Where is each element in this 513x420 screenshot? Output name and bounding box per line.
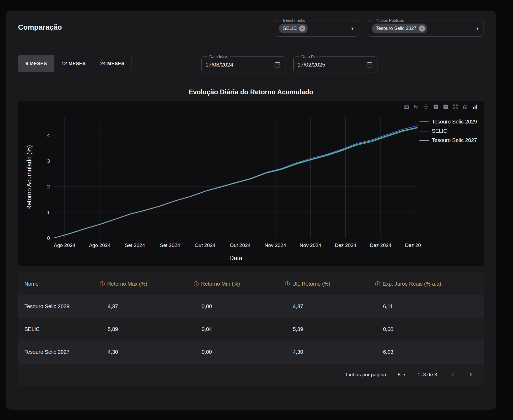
comparison-card: Comparação Benchmarks SELIC × ▼ Títulos … [6,11,496,410]
period-button-group: 6 MESES 12 MESES 24 MESES [18,55,132,72]
period-button-12m[interactable]: 12 MESES [54,55,93,72]
column-header-ult-retorno[interactable]: ⓘ Últ. Retorno (%) [285,281,375,288]
filters-row: 6 MESES 12 MESES 24 MESES Data Início 17… [6,43,496,73]
svg-text:Dez 2024: Dez 2024 [405,242,421,248]
titulo-chip-label: Tesouro Selic 2027 [376,26,416,31]
cell-ult-retorno: 5,89 [285,326,375,332]
info-icon[interactable]: ⓘ [375,281,380,288]
titulos-select-label: Títulos Públicos [374,18,406,23]
svg-text:4: 4 [47,132,50,138]
table-row: Tesouro Selic 2029 4,37 0,00 4,37 6,11 [18,295,484,318]
table-pagination: Linhas por página 5 ▼ 1–3 de 3 [18,364,484,386]
legend-item-selic[interactable]: SELIC [419,128,477,134]
rows-per-page-select[interactable]: 5 ▼ [398,372,406,378]
legend-swatch [419,131,429,131]
svg-text:Retorno Acumulado (%): Retorno Acumulado (%) [26,145,33,210]
chart-canvas[interactable]: 01234Ago 2024Ago 2024Set 2024Set 2024Out… [20,110,421,264]
svg-text:3: 3 [47,158,50,164]
cell-retorno-min: 0,00 [194,303,285,310]
chevron-down-icon: ▼ [475,26,479,31]
calendar-icon[interactable] [274,61,281,68]
cell-exp-juros: 6,11 [375,303,484,310]
benchmarks-select-label: Benchmarks [281,18,307,23]
row-name: Tesouro Selic 2029 [24,303,100,310]
table-header-row: Nome ⓘ Retorno Máx (%) ⓘ Retorno Mín (%)… [18,273,484,295]
svg-text:Nov 2024: Nov 2024 [264,242,286,248]
reset-axes-icon[interactable] [462,104,468,110]
legend-label: Tesouro Selic 2029 [432,119,477,125]
date-start-value[interactable]: 17/08/2024 [205,61,233,68]
info-icon[interactable]: ⓘ [194,281,199,288]
cell-retorno-min: 0,04 [194,326,285,332]
date-start-field[interactable]: Data Início 17/08/2024 [201,54,285,73]
benchmarks-select[interactable]: Benchmarks SELIC × ▼ [275,18,359,37]
page-title: Comparação [18,23,62,32]
calendar-icon[interactable] [366,61,373,68]
svg-text:Out 2024: Out 2024 [195,242,216,248]
pagination-range: 1–3 de 3 [418,372,437,378]
zoom-in-icon[interactable] [433,104,439,110]
titulo-chip[interactable]: Tesouro Selic 2027 × [372,24,427,33]
info-icon[interactable]: ⓘ [285,281,290,288]
cell-retorno-max: 4,30 [100,349,194,355]
column-header-nome: Nome [24,281,100,287]
info-icon[interactable]: ⓘ [100,281,105,288]
period-button-24m[interactable]: 24 MESES [93,55,132,72]
svg-text:Dez 2024: Dez 2024 [335,242,357,248]
chevron-down-icon: ▼ [403,373,406,377]
results-table: Nome ⓘ Retorno Máx (%) ⓘ Retorno Mín (%)… [18,273,484,386]
row-name: Tesouro Selic 2027 [24,349,100,355]
benchmark-chip[interactable]: SELIC × [279,24,308,33]
cell-retorno-max: 5,89 [100,326,194,332]
period-button-6m[interactable]: 6 MESES [18,55,54,72]
legend-swatch [419,140,429,141]
column-header-exp-juros[interactable]: ⓘ Exp. Juros Reais (% a.a) [375,281,484,288]
header-filter-selects: Benchmarks SELIC × ▼ Títulos Públicos Te… [275,18,484,37]
cell-ult-retorno: 4,30 [285,349,375,355]
cell-ult-retorno: 4,37 [285,303,375,310]
chart-panel: 01234Ago 2024Ago 2024Set 2024Set 2024Out… [18,101,484,266]
chart-title: Evolução Diária do Retorno Acumulado [6,88,496,96]
cell-exp-juros: 6,03 [375,349,484,355]
svg-text:Nov 2024: Nov 2024 [300,242,321,248]
autoscale-icon[interactable] [453,104,458,110]
camera-icon[interactable] [403,104,409,110]
svg-text:Out 2024: Out 2024 [230,242,251,248]
svg-text:Dez 2024: Dez 2024 [370,242,392,248]
plotly-logo-icon[interactable] [472,104,478,110]
titulos-publicos-select[interactable]: Títulos Públicos Tesouro Selic 2027 × ▼ [368,18,484,37]
svg-text:0: 0 [47,235,50,241]
legend-item-tesouro-2029[interactable]: Tesouro Selic 2029 [419,119,477,125]
remove-chip-icon[interactable]: × [419,25,425,32]
benchmark-chip-label: SELIC [283,26,297,31]
svg-text:Ago 2024: Ago 2024 [89,242,111,248]
row-name: SELIC [24,326,100,332]
svg-text:Ago 2024: Ago 2024 [54,242,76,248]
chevron-down-icon: ▼ [350,26,354,31]
date-end-field[interactable]: Data Fim 17/02/2025 [293,54,377,73]
legend-item-tesouro-2027[interactable]: Tesouro Selic 2027 [419,137,477,143]
remove-chip-icon[interactable]: × [299,25,305,32]
date-end-label: Data Fim [299,54,319,59]
chevron-left-icon[interactable] [449,370,457,379]
zoom-out-icon[interactable] [443,104,449,110]
column-header-retorno-max[interactable]: ⓘ Retorno Máx (%) [100,281,194,288]
table-row: Tesouro Selic 2027 4,30 0,00 4,30 6,03 [18,341,484,364]
cell-retorno-min: 0,00 [194,349,285,355]
date-range-fields: Data Início 17/08/2024 Data Fim 17/02/20… [201,54,377,73]
svg-text:2: 2 [47,184,50,189]
card-header: Comparação Benchmarks SELIC × ▼ Títulos … [6,11,496,43]
rows-per-page-value: 5 [398,372,401,378]
table-row: SELIC 5,89 0,04 5,89 0,00 [18,318,484,341]
chevron-right-icon[interactable] [466,370,475,379]
column-header-retorno-min[interactable]: ⓘ Retorno Mín (%) [194,281,285,288]
svg-text:Set 2024: Set 2024 [160,242,180,248]
legend-swatch [419,121,429,122]
date-end-value[interactable]: 17/02/2025 [297,61,325,68]
zoom-icon[interactable] [413,104,419,110]
chart-legend: Tesouro Selic 2029 SELIC Tesouro Selic 2… [419,119,477,143]
svg-text:Set 2024: Set 2024 [125,242,145,248]
legend-label: SELIC [432,128,447,134]
legend-label: Tesouro Selic 2027 [432,137,477,143]
pan-icon[interactable] [423,104,429,110]
